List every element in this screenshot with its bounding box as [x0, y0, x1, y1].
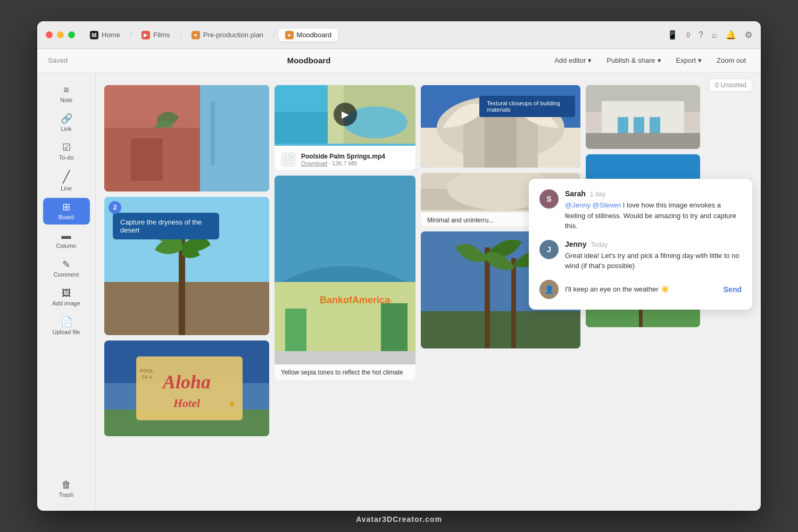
aloha-hotel-card[interactable]: Aloha Hotel POOL TV·A — [104, 340, 269, 436]
column-icon: ▬ — [62, 231, 71, 240]
desert-palm-card[interactable]: Capture the dryness of the desert 2 — [104, 197, 269, 335]
upload-file-icon: 📄 — [61, 317, 72, 327]
white-building-card[interactable] — [586, 85, 700, 149]
upload-file-label: Upload file — [53, 329, 80, 335]
sidebar-item-link[interactable]: 🔗 Link — [43, 110, 90, 136]
comment-sarah-content: Sarah 1 day @Jenny @Steven I love how th… — [565, 189, 742, 231]
tab-bar: M Home / ▶ Films / ● Pre-production plan… — [84, 29, 667, 41]
tab-moodboard[interactable]: ● Moodboard — [279, 29, 338, 41]
comment-sarah-time: 1 day — [590, 190, 605, 198]
settings-icon[interactable]: ⚙ — [745, 30, 752, 40]
toolbar: Saved Moodboard Add editor ▾ Publish & s… — [37, 49, 761, 72]
sidebar-item-line[interactable]: ╱ Line — [43, 167, 90, 196]
sidebar-item-comment[interactable]: ✎ Comment — [43, 255, 90, 282]
desert-note-text: Capture the dryness of the desert — [120, 218, 202, 234]
add-image-icon: 🖼 — [62, 288, 71, 298]
sidebar-item-trash[interactable]: 🗑 Trash — [43, 476, 90, 502]
titlebar: M Home / ▶ Films / ● Pre-production plan… — [37, 21, 761, 49]
sidebar-item-todo[interactable]: ☑ To-do — [43, 138, 90, 165]
play-button[interactable]: ▶ — [334, 103, 357, 126]
comment-jenny-author: Jenny — [565, 240, 586, 248]
comment-input-field[interactable] — [565, 285, 717, 293]
sarah-message-text: I love how this image envokes a feeling … — [565, 201, 736, 230]
main-layout: ≡ Note 🔗 Link ☑ To-do ╱ Line ⊞ Board ▬ C… — [37, 72, 761, 511]
svg-rect-6 — [131, 138, 163, 181]
comment-jenny: J Jenny Today Great idea! Let's try and … — [539, 240, 742, 271]
comment-jenny-content: Jenny Today Great idea! Let's try and pi… — [565, 240, 742, 271]
comments-panel: S Sarah 1 day @Jenny @Steven I love how … — [529, 179, 752, 310]
sidebar-item-add-image[interactable]: 🖼 Add image — [43, 284, 90, 311]
svg-rect-41 — [421, 311, 580, 348]
comment-sarah-text: @Jenny @Steven I love how this image env… — [565, 200, 742, 231]
zoom-out-button[interactable]: Zoom out — [712, 54, 750, 66]
svg-rect-30 — [285, 309, 306, 351]
note-icon: ≡ — [63, 85, 69, 95]
video-download: Download · 136.7 MB — [301, 160, 385, 167]
pool-video-card[interactable]: ▶ 📄 Poolside Palm Springs.mp4 Download ·… — [275, 85, 415, 170]
sidebar-item-board[interactable]: ⊞ Board — [43, 198, 90, 225]
publish-share-label: Publish & share — [606, 56, 655, 64]
avatar-jenny: J — [539, 240, 559, 259]
trash-icon: 🗑 — [62, 480, 71, 489]
sidebar-item-upload-file[interactable]: 📄 Upload file — [43, 313, 90, 339]
link-icon: 🔗 — [61, 114, 72, 123]
saved-status: Saved — [48, 56, 68, 64]
svg-text:POOL: POOL — [140, 368, 153, 373]
column-label: Column — [56, 243, 77, 249]
svg-rect-36 — [485, 117, 517, 168]
tab-home[interactable]: M Home — [84, 29, 127, 41]
svg-rect-49 — [650, 117, 660, 133]
mention-jenny: @Jenny — [565, 201, 591, 209]
device-icon[interactable]: 📱 — [667, 30, 678, 40]
tab-preproduction[interactable]: ● Pre-production plan — [185, 29, 270, 41]
close-button[interactable] — [46, 31, 53, 38]
bank-caption-text: Yellow sepia tones to reflect the hot cl… — [281, 369, 403, 376]
comment-jenny-text: Great idea! Let's try and pick a filming… — [565, 251, 742, 271]
bank-building-card[interactable]: BankofAmerica → Yellow sepia tones to re… — [275, 176, 415, 380]
help-icon[interactable]: ? — [699, 30, 703, 40]
moodboard-tab-icon: ● — [285, 31, 294, 39]
tab-films[interactable]: ▶ Films — [135, 29, 176, 41]
sidebar-item-note[interactable]: ≡ Note — [43, 81, 90, 107]
todo-label: To-do — [59, 154, 74, 161]
app-window: M Home / ▶ Films / ● Pre-production plan… — [37, 21, 761, 511]
add-editor-button[interactable]: Add editor ▾ — [550, 54, 596, 66]
svg-rect-47 — [618, 117, 628, 133]
preproduction-tab-icon: ● — [192, 31, 200, 39]
svg-rect-50 — [586, 133, 700, 149]
home-tab-icon: M — [90, 31, 98, 39]
mention-steven-text: @Steven — [593, 201, 621, 209]
arch-building-card[interactable]: Textural closeups of building materials — [421, 85, 580, 168]
traffic-lights — [46, 31, 75, 38]
video-filename: Poolside Palm Springs.mp4 — [301, 153, 385, 160]
svg-text:Aloha: Aloha — [162, 371, 211, 393]
svg-text:BankofAmerica: BankofAmerica — [320, 295, 390, 305]
video-info: 📄 Poolside Palm Springs.mp4 Download · 1… — [275, 146, 415, 170]
todo-icon: ☑ — [62, 143, 71, 152]
video-filesize: 136.7 MB — [332, 160, 357, 167]
avatar-sarah: S — [539, 189, 559, 209]
titlebar-actions: 📱 0 ? ⌕ 🔔 ⚙ — [667, 30, 752, 40]
publish-chevron: ▾ — [658, 56, 661, 64]
export-button[interactable]: Export ▾ — [672, 54, 706, 66]
sidebar: ≡ Note 🔗 Link ☑ To-do ╱ Line ⊞ Board ▬ C… — [37, 72, 96, 511]
toolbar-actions: Add editor ▾ Publish & share ▾ Export ▾ … — [550, 54, 750, 66]
export-chevron: ▾ — [698, 56, 702, 64]
add-editor-chevron: ▾ — [588, 56, 592, 64]
films-tab-icon: ▶ — [142, 31, 150, 39]
search-icon[interactable]: ⌕ — [712, 30, 717, 40]
coral-building-card[interactable] — [104, 85, 269, 192]
download-label[interactable]: Download — [301, 160, 327, 167]
publish-share-button[interactable]: Publish & share ▾ — [602, 54, 665, 66]
zoom-out-label: Zoom out — [717, 56, 746, 64]
send-button[interactable]: Send — [724, 285, 742, 294]
board-icon: ⊞ — [62, 202, 70, 212]
svg-rect-52 — [586, 309, 700, 327]
board-label: Board — [59, 214, 74, 220]
arch-label-text: Textural closeups of building materials — [487, 100, 560, 113]
minimize-button[interactable] — [57, 31, 64, 38]
video-details: Poolside Palm Springs.mp4 Download · 136… — [301, 153, 385, 167]
fullscreen-button[interactable] — [68, 31, 75, 38]
notifications-icon[interactable]: 🔔 — [726, 30, 736, 40]
sidebar-item-column[interactable]: ▬ Column — [43, 227, 90, 253]
